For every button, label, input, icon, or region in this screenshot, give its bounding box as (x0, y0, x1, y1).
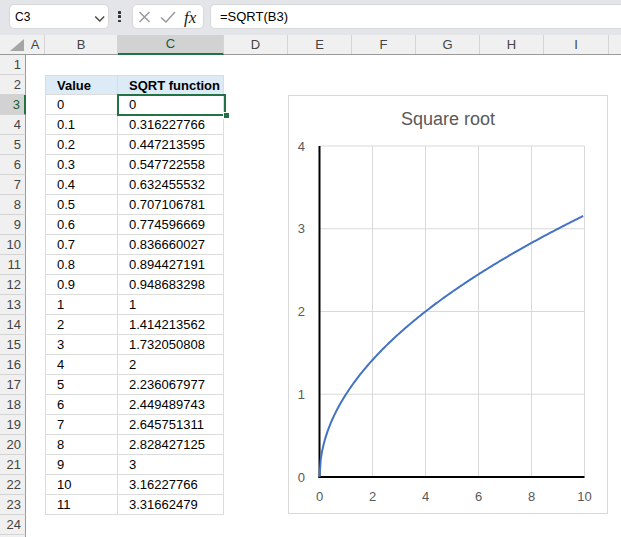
svg-text:0: 0 (316, 489, 323, 504)
svg-text:3: 3 (298, 221, 305, 236)
svg-text:2: 2 (298, 304, 305, 319)
svg-text:6: 6 (475, 489, 482, 504)
svg-text:0: 0 (298, 470, 305, 485)
svg-text:4: 4 (422, 489, 429, 504)
svg-text:1: 1 (298, 387, 305, 402)
svg-text:2: 2 (369, 489, 376, 504)
svg-text:fx: fx (184, 8, 197, 27)
svg-text:4: 4 (298, 139, 305, 154)
svg-text:Square root: Square root (401, 109, 495, 129)
svg-text:8: 8 (528, 489, 535, 504)
svg-text:10: 10 (577, 489, 591, 504)
